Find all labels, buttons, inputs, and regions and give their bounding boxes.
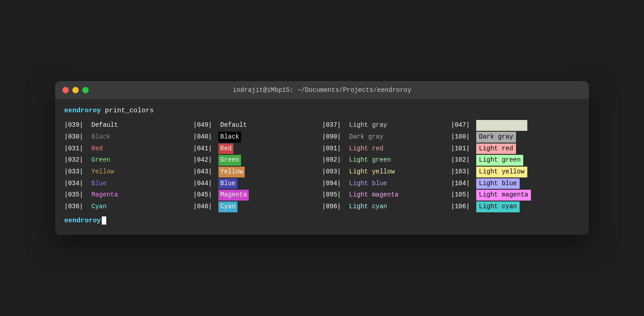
code-105: |105|: [451, 190, 476, 200]
code-106: |106|: [451, 202, 476, 212]
code-044: |044|: [193, 179, 218, 189]
table-row: |041| Red: [193, 143, 322, 155]
table-row: |102| Light green: [451, 154, 580, 166]
label-blue-2: Blue: [218, 178, 237, 189]
code-032: |032|: [64, 155, 90, 165]
table-row: |103| Light yellow: [451, 166, 580, 178]
label-default-1: Default: [90, 120, 120, 131]
code-101: |101|: [451, 144, 476, 154]
code-033: |033|: [64, 167, 90, 177]
table-row: |047|: [451, 120, 580, 131]
table-row: |039| Default: [64, 120, 193, 131]
table-row: |093| Light yellow: [322, 166, 451, 178]
code-040: |040|: [193, 132, 218, 142]
code-036: |036|: [64, 202, 90, 212]
table-row: |043| Yellow: [193, 166, 322, 178]
table-row: |092| Light green: [322, 154, 451, 166]
code-095: |095|: [322, 190, 347, 200]
window-buttons: [62, 87, 89, 93]
code-096: |096|: [322, 202, 347, 212]
code-034: |034|: [64, 179, 90, 189]
code-094: |094|: [322, 179, 347, 189]
table-row: |042| Green: [193, 154, 322, 166]
label-light-yellow-2: Light yellow: [476, 167, 527, 177]
code-035: |035|: [64, 190, 90, 200]
label-light-red-2: Light red: [476, 144, 516, 154]
label-light-magenta-1: Light magenta: [347, 190, 400, 201]
table-row: |100| Dark gray: [451, 131, 580, 143]
col-bright-fg: |037| Light gray |090| Dark gray |091| L…: [322, 120, 451, 213]
label-green-2: Green: [218, 155, 241, 166]
label-light-green-1: Light green: [347, 155, 393, 166]
terminal-body[interactable]: eendroroy print_colors |039| Default |03…: [55, 99, 589, 235]
code-103: |103|: [451, 167, 476, 177]
table-row: |049| Default: [193, 120, 322, 131]
label-black-1: Black: [90, 132, 112, 143]
close-button[interactable]: [62, 87, 69, 93]
label-light-yellow-1: Light yellow: [347, 167, 397, 177]
table-row: |030| Black: [64, 131, 193, 143]
code-049: |049|: [193, 120, 218, 130]
minimize-button[interactable]: [72, 87, 79, 93]
label-default-4: [476, 120, 527, 131]
table-row: |046| Cyan: [193, 201, 322, 213]
code-031: |031|: [64, 144, 90, 154]
col-bg: |049| Default |040| Black |041| Red |042…: [193, 120, 322, 213]
terminal-window: indrajit@iMbp15: ~/Documents/Projects/ee…: [55, 81, 589, 235]
titlebar: indrajit@iMbp15: ~/Documents/Projects/ee…: [55, 81, 589, 99]
code-037: |037|: [322, 120, 347, 130]
table-row: |033| Yellow: [64, 166, 193, 178]
label-magenta-2: Magenta: [218, 190, 249, 201]
label-green-1: Green: [90, 155, 112, 166]
label-light-blue-2: Light blue: [476, 178, 520, 189]
prompt-argument: print_colors: [101, 107, 154, 115]
table-row: |045| Magenta: [193, 189, 322, 201]
code-043: |043|: [193, 167, 218, 177]
label-magenta-1: Magenta: [90, 190, 120, 201]
label-cyan-2: Cyan: [218, 201, 237, 212]
color-table: |039| Default |030| Black |031| Red |032…: [64, 120, 580, 213]
table-row: |037| Light gray: [322, 120, 451, 131]
label-red-2: Red: [218, 144, 233, 154]
table-row: |032| Green: [64, 154, 193, 166]
code-046: |046|: [193, 202, 218, 212]
code-041: |041|: [193, 144, 218, 154]
table-row: |035| Magenta: [64, 189, 193, 201]
label-cyan-1: Cyan: [90, 201, 109, 212]
label-dark-gray-2: Dark gray: [476, 132, 516, 143]
maximize-button[interactable]: [82, 87, 89, 93]
code-093: |093|: [322, 167, 347, 177]
code-104: |104|: [451, 179, 476, 189]
label-blue-1: Blue: [90, 178, 109, 189]
label-light-gray: Light gray: [347, 120, 389, 131]
code-090: |090|: [322, 132, 347, 142]
code-092: |092|: [322, 155, 347, 165]
bottom-prompt-line: eendroroy: [64, 215, 580, 226]
table-row: |094| Light blue: [322, 178, 451, 190]
code-100: |100|: [451, 132, 476, 142]
label-yellow-1: Yellow: [90, 167, 116, 177]
col-bright-bg: |047| |100| Dark gray |101| Light red |1…: [451, 120, 580, 213]
table-row: |036| Cyan: [64, 201, 193, 213]
table-row: |105| Light magenta: [451, 189, 580, 201]
table-row: |104| Light blue: [451, 178, 580, 190]
prompt-command: eendroroy: [64, 107, 101, 115]
command-line: eendroroy print_colors: [64, 105, 580, 116]
table-row: |031| Red: [64, 143, 193, 155]
table-row: |044| Blue: [193, 178, 322, 190]
table-row: |090| Dark gray: [322, 131, 451, 143]
label-red-1: Red: [90, 144, 104, 154]
table-row: |091| Light red: [322, 143, 451, 155]
code-045: |045|: [193, 190, 218, 200]
label-light-green-2: Light green: [476, 155, 523, 166]
table-row: |106| Light cyan: [451, 201, 580, 213]
code-042: |042|: [193, 155, 218, 165]
code-039: |039|: [64, 120, 90, 130]
cursor: [102, 216, 106, 225]
label-dark-gray-1: Dark gray: [347, 132, 385, 143]
label-light-red-1: Light red: [347, 144, 385, 154]
bottom-prompt-text: eendroroy: [64, 217, 101, 225]
label-light-magenta-2: Light magenta: [476, 190, 531, 201]
table-row: |095| Light magenta: [322, 189, 451, 201]
label-default-2: Default: [218, 120, 249, 131]
